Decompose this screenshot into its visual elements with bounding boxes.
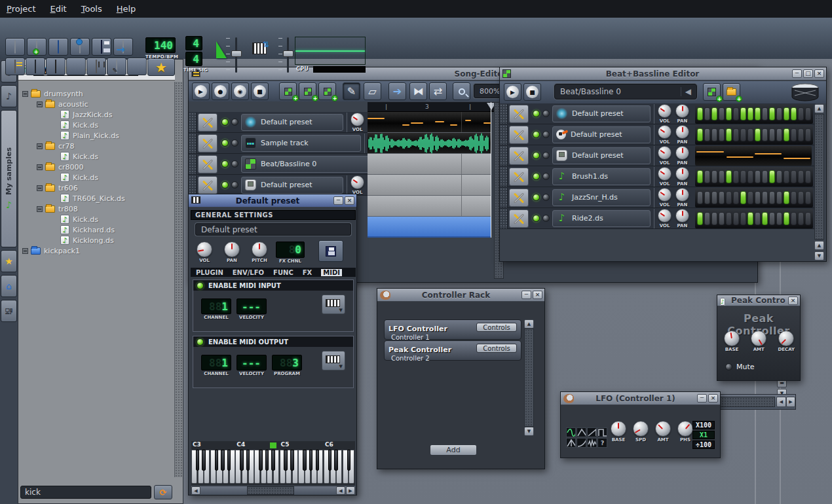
track-grip[interactable] (189, 113, 197, 132)
controls-button[interactable]: Controls (476, 323, 517, 332)
pan-knob[interactable] (675, 104, 689, 118)
bb-editor-button[interactable] (26, 58, 45, 75)
black-key[interactable] (240, 450, 244, 471)
beat-cell[interactable] (798, 170, 804, 183)
beat-cell[interactable] (733, 191, 739, 204)
samples-search-input[interactable] (20, 486, 151, 499)
instrument-name-field[interactable]: Default preset (195, 223, 351, 236)
tree-item[interactable]: ♪TR606_Kick.ds (20, 193, 167, 204)
vol-knob[interactable] (658, 104, 671, 118)
minimize-button[interactable]: ─ (521, 291, 531, 299)
draw-mode-button[interactable]: ✎ (343, 82, 360, 100)
tree-item[interactable]: ♪Kick.ds (20, 172, 167, 183)
tree-item[interactable]: ♪JazzKick.ds (20, 109, 167, 120)
amt-knob[interactable] (655, 421, 671, 437)
track-actions-button[interactable] (509, 209, 529, 228)
track-name[interactable]: Beat/Bassline 0 (241, 156, 375, 173)
beat-cell[interactable] (697, 128, 703, 141)
add-bb-track-button[interactable]: + (279, 82, 297, 100)
tree-item[interactable]: tr808 (20, 204, 167, 214)
midi-input-led[interactable] (197, 282, 204, 289)
beat-cell[interactable] (719, 170, 725, 183)
mute-led[interactable] (533, 152, 540, 159)
beat-cell[interactable] (769, 128, 775, 141)
black-key[interactable] (290, 450, 294, 471)
black-key[interactable] (259, 450, 263, 471)
fx-mixer-button[interactable] (66, 58, 86, 75)
track-name[interactable]: Default preset (241, 114, 343, 131)
lfo-titlebar[interactable]: LFO (Controller 1) ─ × (561, 392, 720, 405)
beat-cell[interactable] (769, 107, 775, 120)
beat-cell[interactable] (726, 128, 732, 141)
track-grip[interactable] (500, 188, 508, 207)
tree-item[interactable]: ♪Kick.ds (20, 120, 167, 130)
track-name[interactable]: Default preset (241, 177, 343, 194)
midi-input-device-button[interactable] (322, 295, 345, 314)
mute-led[interactable] (221, 139, 229, 147)
black-key[interactable] (316, 450, 320, 471)
beat-cell[interactable] (805, 107, 811, 120)
automation-editor-button[interactable] (86, 58, 106, 75)
menu-edit[interactable]: Edit (50, 4, 67, 14)
amt-knob[interactable] (751, 331, 766, 346)
midi-output-program[interactable]: 883 PROGRAM (272, 355, 302, 376)
vol-knob[interactable] (197, 242, 212, 257)
beat-cell[interactable] (798, 107, 804, 120)
tree-item[interactable]: cr8000 (20, 162, 167, 172)
beat-cell[interactable] (805, 170, 811, 183)
black-key[interactable] (271, 450, 275, 471)
minimize-button[interactable]: ─ (792, 69, 802, 78)
mute-led[interactable] (221, 160, 229, 168)
tab-plugin[interactable]: PLUGIN (196, 269, 223, 276)
fx-channel-display[interactable]: 80 FX CHNL (276, 242, 305, 264)
wave-square-button[interactable] (597, 427, 607, 437)
beat-cell[interactable] (711, 128, 717, 141)
base-knob[interactable] (611, 421, 626, 437)
black-key[interactable] (202, 450, 206, 471)
add-controller-button[interactable]: Add (430, 444, 477, 456)
sidebar-tab-home[interactable]: ⌂ (1, 275, 17, 297)
black-key[interactable] (215, 450, 219, 471)
pan-knob[interactable] (675, 167, 689, 181)
tree-item[interactable]: ♪Kickhard.ds (20, 225, 167, 235)
wave-custom-button[interactable]: ? (597, 438, 607, 448)
song-lane-4[interactable] (368, 175, 491, 196)
track-grip[interactable] (500, 104, 508, 124)
pan-knob[interactable] (675, 209, 689, 223)
sidebar-tab-computer[interactable]: 🖳 (1, 300, 17, 322)
beat-cell[interactable] (711, 191, 717, 204)
peak-controller-titlebar[interactable]: ♪ Peak Contro × (717, 295, 800, 306)
beat-cell[interactable] (762, 128, 768, 141)
phs-knob[interactable] (677, 421, 693, 437)
tree-item[interactable]: acoustic (20, 99, 167, 109)
beat-cell[interactable] (784, 170, 789, 183)
beat-cell[interactable] (784, 107, 789, 120)
save-preset-button[interactable] (318, 240, 343, 262)
black-key[interactable] (309, 450, 313, 471)
black-key[interactable] (196, 450, 200, 471)
track-grip[interactable] (500, 209, 508, 228)
midi-output-channel[interactable]: 881 CHANNEL (201, 355, 231, 376)
vol-knob[interactable] (658, 146, 671, 160)
tree-item[interactable]: drumsynth (20, 88, 167, 99)
solo-led[interactable] (542, 173, 550, 180)
spd-knob[interactable] (633, 421, 649, 437)
bb-scroll-up[interactable]: ▲ (814, 104, 824, 113)
se-play-button[interactable]: ▶ (192, 82, 210, 100)
import-button[interactable]: + (723, 83, 740, 101)
beat-cell[interactable] (719, 191, 725, 204)
pan-knob[interactable] (675, 146, 689, 160)
scroll-left-button[interactable]: ◀ (191, 486, 200, 495)
beat-cell[interactable] (719, 212, 725, 225)
tree-expander[interactable] (22, 248, 28, 254)
beat-cell[interactable] (755, 107, 761, 120)
track-grip[interactable] (189, 154, 197, 174)
recently-opened-button[interactable] (70, 38, 90, 56)
beat-cell[interactable] (747, 170, 753, 183)
multiplier-÷100[interactable]: ÷100 (692, 441, 715, 449)
open-project-button[interactable] (48, 38, 68, 56)
samples-tree-scrollbar[interactable] (174, 82, 182, 477)
beat-cell[interactable] (733, 170, 739, 183)
solo-led[interactable] (542, 152, 550, 159)
mute-led[interactable] (533, 215, 540, 222)
